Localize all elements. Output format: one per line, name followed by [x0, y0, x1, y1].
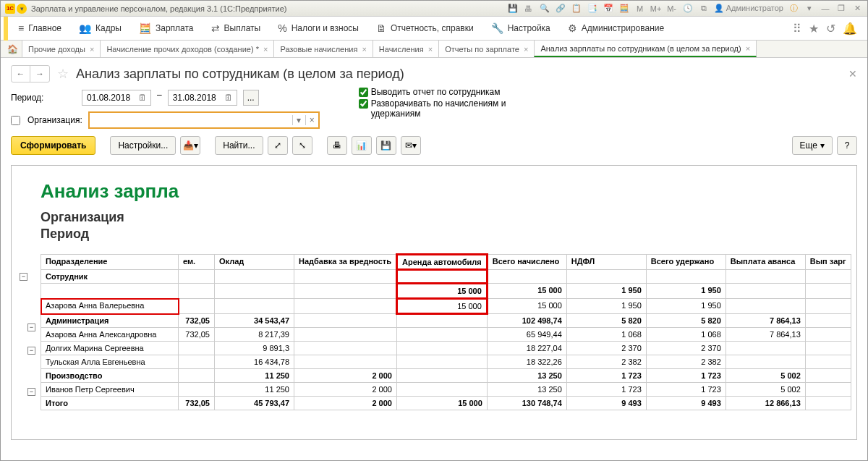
- org-field[interactable]: ▾ ×: [88, 111, 320, 129]
- menu-main[interactable]: ≡Главное: [9, 17, 70, 41]
- tab[interactable]: Начисление прочих доходов (создание) *×: [100, 41, 274, 57]
- panel-icon[interactable]: ⧉: [698, 4, 710, 13]
- menu-nastroyka[interactable]: 🔧Настройка: [482, 17, 559, 41]
- tree-toggle[interactable]: −: [27, 347, 35, 355]
- tab-close-icon[interactable]: ×: [746, 44, 750, 53]
- tab[interactable]: Разовые начисления×: [273, 41, 373, 57]
- cell: 1 723: [566, 383, 646, 397]
- compare-icon[interactable]: 📑: [587, 4, 598, 13]
- save-icon[interactable]: 💾: [507, 4, 519, 13]
- apps-icon[interactable]: ⠿: [793, 22, 801, 35]
- menu-admin[interactable]: ⚙Администрирование: [559, 17, 673, 41]
- collapse-button[interactable]: ⤡: [292, 136, 312, 155]
- calendar-icon[interactable]: 📅: [603, 4, 614, 13]
- favorite-star-icon[interactable]: ☆: [57, 66, 69, 82]
- menu-zarplata[interactable]: 🧮Зарплата: [130, 17, 203, 41]
- nav-forward[interactable]: →: [30, 66, 49, 82]
- save-button[interactable]: 💾: [376, 136, 396, 155]
- period-more-button[interactable]: ...: [243, 90, 259, 106]
- tab[interactable]: Начисления×: [373, 41, 439, 57]
- cell: [179, 284, 215, 299]
- cell: 102 498,74: [487, 314, 566, 328]
- date-to-input[interactable]: [173, 93, 222, 103]
- table-row[interactable]: Иванов Петр Сергеевич11 2502 00013 2501 …: [41, 383, 851, 397]
- table-row[interactable]: Производство11 2502 00013 2501 7231 7235…: [41, 369, 851, 383]
- table-row[interactable]: Азарова Анна Валерьевна15 00015 0001 950…: [41, 299, 851, 314]
- chart-button[interactable]: 📊: [352, 136, 372, 155]
- history-icon[interactable]: ↺: [826, 22, 835, 35]
- cell: [179, 342, 215, 355]
- mail-button[interactable]: ✉▾: [401, 136, 421, 155]
- expand-button[interactable]: ⤢: [268, 136, 288, 155]
- table-row[interactable]: Администрация732,0534 543,47102 498,745 …: [41, 314, 851, 328]
- window-min-icon[interactable]: —: [820, 4, 831, 13]
- tab[interactable]: Анализ зарплаты по сотрудникам (в целом …: [534, 41, 757, 57]
- cell: 5 820: [646, 314, 726, 328]
- tree-toggle[interactable]: −: [20, 273, 27, 281]
- date-from-input[interactable]: [87, 93, 136, 103]
- bell-icon[interactable]: 🔔: [843, 22, 857, 35]
- tab-close-icon[interactable]: ×: [263, 45, 268, 54]
- variant-button[interactable]: 📥▾: [180, 136, 200, 155]
- tab[interactable]: Прочие доходы×: [22, 41, 101, 57]
- tab-close-icon[interactable]: ×: [90, 45, 94, 54]
- info-icon[interactable]: ⓘ: [788, 3, 799, 14]
- org-clear-icon[interactable]: ×: [305, 115, 318, 125]
- mminus-label[interactable]: M-: [666, 4, 678, 13]
- org-input[interactable]: [90, 115, 292, 125]
- tree-toggle[interactable]: −: [27, 388, 35, 396]
- check-expand[interactable]: Разворачивать по начислениям и удержания…: [359, 98, 511, 119]
- tab-close-icon[interactable]: ×: [428, 45, 433, 54]
- page-close-icon[interactable]: ✕: [848, 68, 857, 80]
- cell: [805, 284, 851, 299]
- calc-icon[interactable]: 🧮: [618, 4, 630, 13]
- find-button[interactable]: Найти...: [215, 136, 263, 155]
- link-icon[interactable]: 🔗: [555, 4, 566, 13]
- window-close-icon[interactable]: ✕: [851, 4, 863, 13]
- help-button[interactable]: ?: [837, 136, 857, 155]
- form-button[interactable]: Сформировать: [11, 136, 95, 155]
- print-button[interactable]: 🖶: [327, 136, 347, 155]
- titlebar: 1C ▾ Зарплата и управление персоналом, р…: [1, 1, 867, 17]
- table-row[interactable]: Тульская Алла Евгеньевна16 434,7818 322,…: [41, 355, 851, 369]
- tab[interactable]: Отчеты по зарплате×: [438, 41, 535, 57]
- check-employees[interactable]: Выводить отчет по сотрудникам: [359, 87, 511, 97]
- cell: 15 000: [396, 284, 487, 299]
- menu-nalogi[interactable]: %Налоги и взносы: [269, 17, 367, 41]
- table-row[interactable]: Долгих Марина Сергеевна9 891,318 227,042…: [41, 342, 851, 355]
- table-row[interactable]: Итого732,0545 793,472 00015 000130 748,7…: [41, 397, 851, 410]
- home-tab[interactable]: 🏠: [4, 41, 22, 57]
- org-checkbox[interactable]: [11, 116, 20, 125]
- cell: 1 950: [646, 299, 726, 314]
- print-icon[interactable]: 🖶: [523, 4, 535, 13]
- minimize-icon[interactable]: ▾: [804, 4, 815, 13]
- report-area[interactable]: − − − − Анализ зарпла Организация Период…: [11, 165, 857, 440]
- table-row[interactable]: Азарова Анна Александровна732,058 217,39…: [41, 328, 851, 342]
- mplus-label[interactable]: M+: [650, 4, 662, 13]
- menu-otchet[interactable]: 🗎Отчетность, справки: [367, 17, 482, 41]
- nav-back[interactable]: ←: [12, 66, 30, 82]
- more-button[interactable]: Еще ▾: [792, 136, 833, 155]
- m-label[interactable]: M: [634, 4, 646, 13]
- date-to-field[interactable]: 🗓: [168, 90, 237, 106]
- user-label[interactable]: 👤 Администратор: [714, 4, 783, 13]
- window-max-icon[interactable]: ❐: [835, 4, 847, 13]
- org-row: Организация: ▾ ×: [1, 109, 330, 132]
- copy-icon[interactable]: 📋: [571, 4, 582, 13]
- star-icon[interactable]: ★: [809, 22, 819, 35]
- settings-button[interactable]: Настройки...: [110, 136, 176, 155]
- calendar-icon[interactable]: 🗓: [136, 93, 149, 103]
- tab-close-icon[interactable]: ×: [362, 45, 366, 54]
- clock-icon[interactable]: 🕓: [682, 4, 694, 13]
- table-row[interactable]: 15 00015 0001 9501 950: [41, 284, 851, 299]
- preview-icon[interactable]: 🔍: [539, 4, 550, 13]
- tab-close-icon[interactable]: ×: [524, 45, 528, 54]
- menu-kadry[interactable]: 👥Кадры: [70, 17, 130, 41]
- org-dropdown-icon[interactable]: ▾: [292, 115, 305, 125]
- date-from-field[interactable]: 🗓: [82, 90, 151, 106]
- dropdown-icon[interactable]: ▾: [17, 4, 27, 14]
- menu-vyplaty[interactable]: ⇄Выплаты: [203, 17, 270, 41]
- cell: [726, 284, 805, 299]
- calendar-icon[interactable]: 🗓: [222, 93, 235, 103]
- tree-toggle[interactable]: −: [27, 323, 35, 331]
